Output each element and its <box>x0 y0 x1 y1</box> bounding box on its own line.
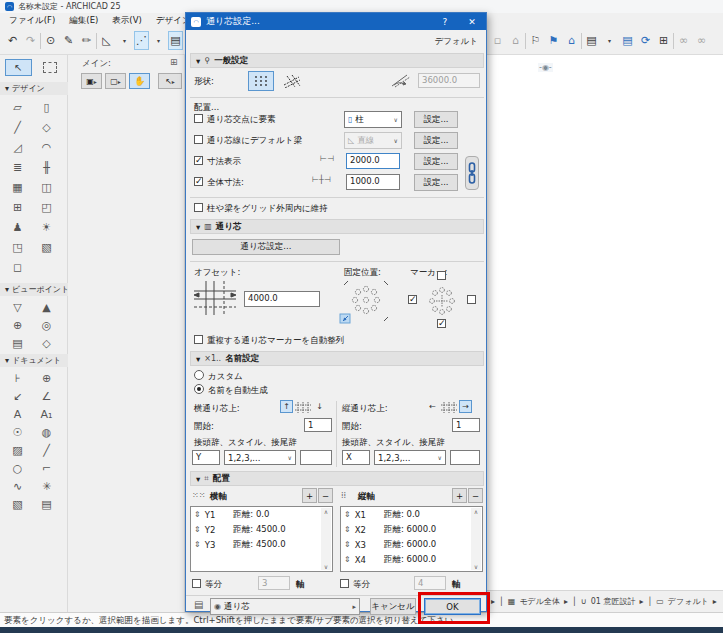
anchor-position-selector[interactable] <box>338 277 394 325</box>
toolbar-divider[interactable] <box>581 33 582 49</box>
curtain-wall-tool-icon[interactable]: ▦ <box>3 177 32 197</box>
layers-icon[interactable]: ▤ <box>194 599 203 610</box>
custom-name-label[interactable]: カスタム <box>208 371 243 383</box>
h-start-field[interactable]: 1 <box>304 418 332 432</box>
slab-tool-icon[interactable]: ◇ <box>32 117 61 137</box>
v-prefix-field[interactable]: X <box>342 450 370 465</box>
default-beam-label[interactable]: 通り芯線にデフォルト梁 <box>207 135 302 147</box>
v-direction-left-button[interactable]: ← <box>426 400 439 413</box>
model-view-options-icon[interactable]: ▦ <box>508 597 516 606</box>
dialog-close-button[interactable]: ✕ <box>458 17 486 27</box>
line-tool-icon[interactable]: ╱ <box>32 441 61 459</box>
menu-edit[interactable]: 編集(E) <box>62 15 105 27</box>
scroll-down-icon[interactable]: ∨ <box>474 563 478 570</box>
auto-name-radio[interactable] <box>194 384 204 394</box>
total-dimension-label[interactable]: 全体寸法: <box>207 177 244 189</box>
toolbox-section-viewpoint[interactable]: ▾ ビューポイント <box>0 283 73 296</box>
grid-element-settings-button[interactable]: 通り芯設定... <box>192 239 340 255</box>
spline-tool-icon[interactable]: ∿ <box>3 477 32 495</box>
row-drag-handle-icon[interactable]: ⇕ <box>344 510 351 519</box>
custom-name-radio[interactable] <box>194 370 204 380</box>
h-suffix-field[interactable] <box>300 450 332 465</box>
total-dimension-settings-button[interactable]: 設定... <box>414 174 458 191</box>
grid-row[interactable]: ⇕ Y1 距離: 0.0 <box>191 507 332 522</box>
level-dimension-tool-icon[interactable]: ⊕ <box>32 369 61 387</box>
grid-row[interactable]: ⇕ Y3 距離: 4500.0 <box>191 537 332 552</box>
grid-row[interactable]: ⇕ X3 距離: 6000.0 <box>341 537 482 552</box>
lamp-tool-icon[interactable]: ☀ <box>32 217 61 237</box>
flag-icon[interactable]: ⚐ <box>527 31 544 50</box>
elements-at-intersections-checkbox[interactable] <box>194 114 203 123</box>
row-drag-handle-icon[interactable]: ⇕ <box>194 540 201 549</box>
marquee-view-icon[interactable]: ▫ <box>489 31 506 50</box>
dimension-display-checkbox[interactable] <box>194 156 203 165</box>
grid-row[interactable]: ⇕ X1 距離: 0.0 <box>341 507 482 522</box>
shell-tool-icon[interactable]: ◠ <box>32 137 61 157</box>
quickbar-model-scope-arrow[interactable]: ▸ <box>564 597 568 606</box>
flag-add-icon[interactable]: ⚑ <box>545 31 562 50</box>
inject-parameters-icon[interactable]: ✎ <box>60 31 77 50</box>
shape-orthogonal-toggle[interactable] <box>248 71 274 91</box>
v-suffix-field[interactable] <box>450 450 480 465</box>
h-list-scrollbar[interactable]: ∧∨ <box>321 508 331 570</box>
h-equal-division-checkbox[interactable] <box>192 579 201 588</box>
dimension-display-label[interactable]: 寸法表示 <box>207 156 241 168</box>
stamp-tool-icon[interactable]: ◍ <box>32 423 61 441</box>
detail-tool-icon[interactable]: ◎ <box>32 316 61 334</box>
v-equal-division-checkbox[interactable] <box>340 579 349 588</box>
h-direction-up-button[interactable]: ↑ <box>280 400 293 413</box>
default-button[interactable]: デフォルト <box>435 36 479 48</box>
arrow-select-tool[interactable]: ↖ <box>5 59 32 76</box>
section-naming[interactable]: ▾ ×1.. 名前設定 <box>190 351 484 366</box>
h-style-dropdown[interactable]: 1,2,3,... ∨ <box>224 450 296 465</box>
elements-at-intersections-label[interactable]: 通り芯交点に要素 <box>207 114 275 126</box>
text-tool-icon[interactable]: A <box>3 405 32 423</box>
arrow-flyout-button[interactable]: ↖▸ <box>158 73 182 89</box>
offset-value-field[interactable]: 4000.0 <box>244 291 320 307</box>
quickbar-divider[interactable]: │ <box>647 597 652 606</box>
section-grid-line[interactable]: ▾ ▥ 通り芯 <box>190 219 484 234</box>
rotation-value-field[interactable]: 36000.0 <box>418 73 480 88</box>
marker-right-checkbox[interactable] <box>467 295 476 304</box>
circle-tool-icon[interactable]: ○ <box>3 459 32 477</box>
v-start-field[interactable]: 1 <box>452 418 480 432</box>
morph-tool-icon[interactable]: ◳ <box>3 237 32 257</box>
quickbar-dimension-style[interactable]: デフォルト <box>668 596 709 607</box>
quickbar-divider[interactable]: │ <box>499 597 504 606</box>
section-general-settings[interactable]: ▾ ⚲ 一般設定 <box>190 53 484 68</box>
cancel-button[interactable]: キャンセル <box>370 598 416 615</box>
beam-type-dropdown[interactable]: ◺ 直線 ∨ <box>344 132 402 149</box>
quickbar-layer-combination-arrow[interactable]: ▸ <box>639 597 643 606</box>
favorites-selector[interactable]: ◉ 通り芯 ▸ <box>210 598 360 615</box>
toolbox-section-document[interactable]: ▾ ドキュメント <box>0 354 73 367</box>
toolbar-divider[interactable] <box>673 33 674 49</box>
h-axis-add-button[interactable]: + <box>302 488 317 503</box>
door-tool-icon[interactable]: ◫ <box>32 177 61 197</box>
h-axis-count-field[interactable]: 3 <box>258 576 290 590</box>
home-view-icon[interactable]: ⌂ <box>563 31 580 50</box>
row-drag-handle-icon[interactable]: ⇕ <box>194 510 201 519</box>
update-view-icon[interactable]: ⟳ <box>637 31 654 50</box>
horizontal-axis-list[interactable]: ⇕ Y1 距離: 0.0 ⇕ Y2 距離: 4500.0 ⇕ Y3 距離: 45… <box>190 506 333 572</box>
workspace-caret-icon[interactable]: ▾ <box>601 31 618 50</box>
selection-mode-button-1[interactable]: ▣▸ <box>81 73 102 89</box>
hotspot-pin-tool-icon[interactable]: ☉ <box>3 423 32 441</box>
auto-align-markers-label[interactable]: 重複する通り芯マーカーを自動整列 <box>207 335 344 347</box>
hotspot-tool-icon[interactable]: ✳ <box>32 477 61 495</box>
row-drag-handle-icon[interactable]: ⇕ <box>344 525 351 534</box>
dialog-help-button[interactable]: ? <box>432 17 458 27</box>
marker-left-checkbox[interactable] <box>408 295 417 304</box>
menu-file[interactable]: ファイル(F) <box>2 15 62 27</box>
toolbar-divider[interactable] <box>96 33 97 49</box>
dialog-titlebar[interactable]: ◠ 通り芯設定... ? ✕ <box>186 13 486 30</box>
v-axis-add-button[interactable]: + <box>452 488 467 503</box>
skylight-tool-icon[interactable]: ◰ <box>32 197 61 217</box>
default-beam-checkbox[interactable] <box>194 135 203 144</box>
undo-icon[interactable]: ↶ <box>4 31 21 50</box>
h-prefix-field[interactable]: Y <box>192 450 220 465</box>
pick-up-parameters-icon[interactable]: ⊙ <box>42 31 59 50</box>
dimension-settings-button[interactable]: 設定... <box>414 153 458 170</box>
intersection-settings-button[interactable]: 設定... <box>414 111 458 128</box>
angle-dimension-tool-icon[interactable]: ∠ <box>32 387 61 405</box>
grid-window-icon[interactable]: ⊞ <box>655 31 672 50</box>
